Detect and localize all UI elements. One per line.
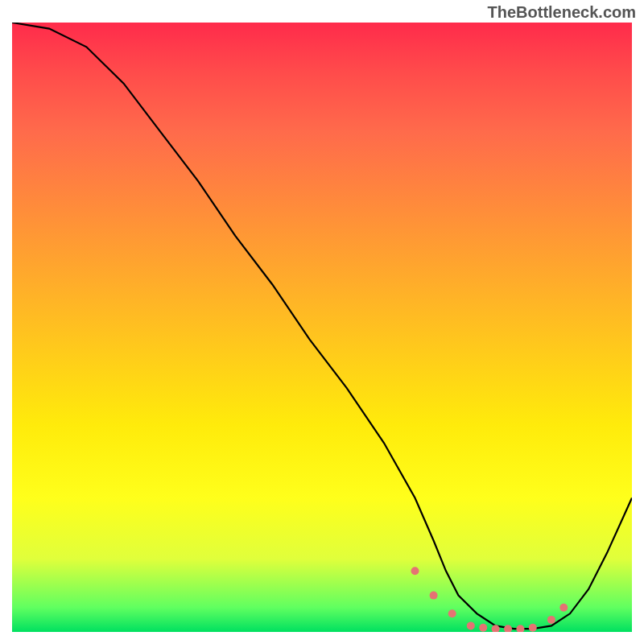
- curve-marker: [467, 621, 475, 630]
- curve-marker: [559, 604, 568, 612]
- curve-marker: [411, 567, 419, 575]
- curve-marker: [430, 592, 438, 600]
- curve-marker: [516, 625, 524, 632]
- plot-gradient-background: [12, 23, 632, 632]
- curve-marker: [504, 625, 512, 632]
- watermark-label: TheBottleneck.com: [488, 3, 636, 22]
- curve-marker: [547, 616, 555, 624]
- curve-marker: [479, 624, 487, 632]
- curve-marker: [529, 624, 537, 632]
- bottleneck-curve: [12, 23, 632, 629]
- curve-marker: [448, 609, 456, 617]
- chart-svg: [12, 23, 632, 632]
